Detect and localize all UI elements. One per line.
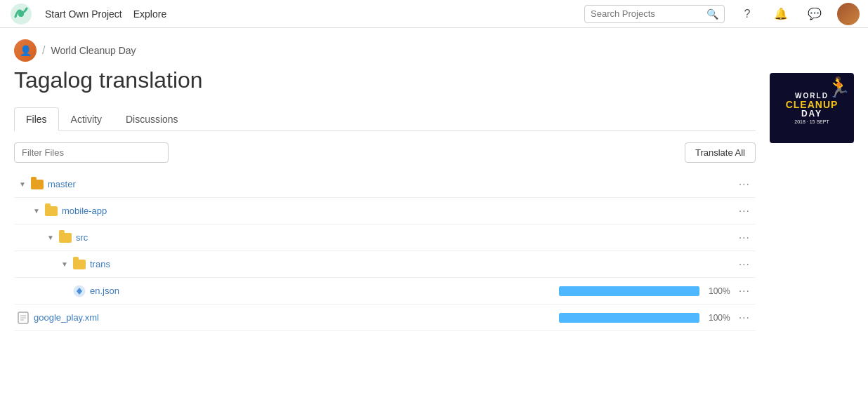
progress-area-google-play-xml: 100% xyxy=(559,313,730,323)
start-own-project-link[interactable]: Start Own Project xyxy=(45,8,122,20)
breadcrumb-separator: / xyxy=(42,44,45,57)
file-name-en-json[interactable]: en.json xyxy=(90,286,559,296)
tree-row: ▼ master ··· xyxy=(14,171,756,198)
xml-file-icon xyxy=(17,312,29,324)
more-options-src[interactable]: ··· xyxy=(739,232,750,244)
folder-icon xyxy=(73,260,86,269)
breadcrumb-user-avatar[interactable]: 👤 xyxy=(14,39,37,62)
filter-row: Translate All xyxy=(14,142,756,163)
file-tree: ▼ master ··· ▼ mobile-app ··· ▼ src ··· xyxy=(14,171,756,331)
tab-files[interactable]: Files xyxy=(14,107,59,131)
progress-bar-fill xyxy=(559,313,699,323)
progress-bar-wrap xyxy=(559,286,699,296)
tree-row: ▼ mobile-app ··· xyxy=(14,198,756,225)
folder-name-src[interactable]: src xyxy=(76,232,730,243)
user-avatar[interactable] xyxy=(837,3,860,25)
filter-files-input[interactable] xyxy=(14,142,169,163)
tree-row: google_play.xml 100% ··· xyxy=(14,304,756,331)
notifications-icon[interactable]: 🔔 xyxy=(770,3,792,25)
folder-icon xyxy=(31,180,44,189)
tab-discussions[interactable]: Discussions xyxy=(114,107,190,131)
tabs: Files Activity Discussions xyxy=(14,107,756,131)
folder-icon xyxy=(45,206,58,216)
json-file-icon xyxy=(73,285,86,297)
progress-pct-google-play-xml: 100% xyxy=(705,313,730,323)
folder-name-trans[interactable]: trans xyxy=(90,259,730,269)
tree-toggle-master[interactable]: ▼ xyxy=(17,179,28,190)
breadcrumb-project-link[interactable]: World Cleanup Day xyxy=(51,45,136,56)
main-content: Tagalog translation Files Activity Discu… xyxy=(0,67,868,345)
translate-all-button[interactable]: Translate All xyxy=(685,142,756,163)
progress-bar-fill xyxy=(559,286,699,296)
progress-pct-en-json: 100% xyxy=(705,286,730,296)
search-box: 🔍 xyxy=(584,5,725,23)
more-options-trans[interactable]: ··· xyxy=(739,258,750,271)
thumb-day-text: DAY xyxy=(801,109,822,118)
file-name-google-play-xml[interactable]: google_play.xml xyxy=(34,312,559,323)
more-options-master[interactable]: ··· xyxy=(739,178,750,191)
thumb-cleanup-text: CLEANUP xyxy=(786,100,839,109)
tree-row: ▼ src ··· xyxy=(14,225,756,251)
svg-point-1 xyxy=(18,11,24,17)
breadcrumb: 👤 / World Cleanup Day xyxy=(0,28,868,67)
search-input[interactable] xyxy=(591,8,702,19)
tree-toggle-src[interactable]: ▼ xyxy=(45,232,56,243)
content-left: Tagalog translation Files Activity Discu… xyxy=(14,67,756,331)
messages-icon[interactable]: 💬 xyxy=(803,3,826,25)
help-icon[interactable]: ? xyxy=(736,3,758,25)
folder-name-master[interactable]: master xyxy=(48,179,730,189)
top-nav: Start Own Project Explore 🔍 ? 🔔 💬 xyxy=(0,0,868,28)
progress-area-en-json: 100% xyxy=(559,286,730,296)
search-icon: 🔍 xyxy=(706,8,718,20)
tree-row: ▼ trans ··· xyxy=(14,251,756,278)
tree-toggle-trans[interactable]: ▼ xyxy=(59,259,70,270)
explore-link[interactable]: Explore xyxy=(133,8,166,20)
more-options-mobile-app[interactable]: ··· xyxy=(739,205,750,217)
progress-bar-wrap xyxy=(559,313,699,323)
thumb-date-text: 2018 · 15 SEPT xyxy=(794,119,829,124)
more-options-en-json[interactable]: ··· xyxy=(739,285,750,297)
folder-name-mobile-app[interactable]: mobile-app xyxy=(62,206,730,216)
tree-row: en.json 100% ··· xyxy=(14,278,756,304)
page-title: Tagalog translation xyxy=(14,67,756,93)
project-thumbnail[interactable]: WORLD CLEANUP DAY 2018 · 15 SEPT 🏃 xyxy=(770,73,854,143)
thumb-world-text: WORLD xyxy=(795,93,829,100)
folder-icon xyxy=(59,233,72,243)
tree-toggle-mobile-app[interactable]: ▼ xyxy=(31,206,42,217)
thumb-figure: 🏃 xyxy=(827,76,851,99)
more-options-google-play-xml[interactable]: ··· xyxy=(739,312,750,324)
logo[interactable] xyxy=(8,1,34,27)
tab-activity[interactable]: Activity xyxy=(59,107,114,131)
